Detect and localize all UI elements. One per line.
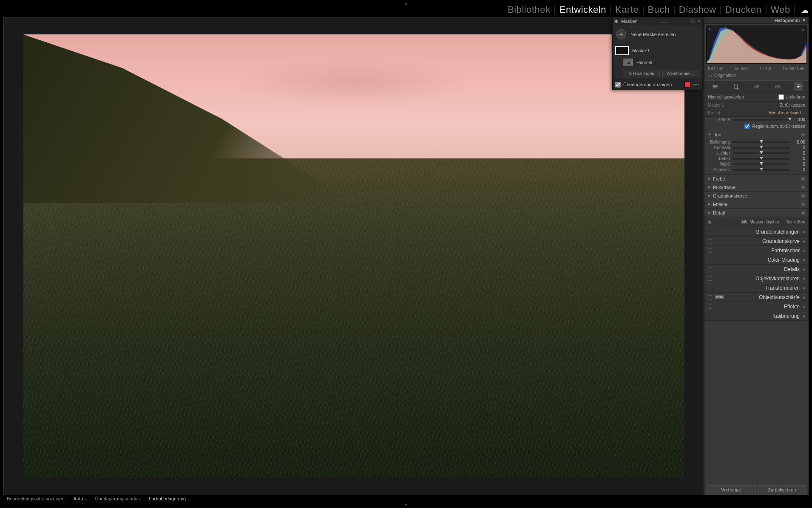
crop-tool-icon[interactable] (731, 82, 741, 91)
tool-strip (704, 80, 809, 93)
auto-reset-row[interactable]: Regler autom. zurücksetzen (704, 122, 809, 130)
new-mask-row[interactable]: + Neue Maske erstellen (615, 28, 699, 44)
eye-icon[interactable]: ◉ (708, 220, 712, 224)
module-tab-bibliothek[interactable]: Bibliothek (508, 4, 550, 15)
invert-checkbox[interactable] (778, 94, 784, 100)
module-tab-buch[interactable]: Buch (647, 4, 670, 15)
amount-label: Stärke (706, 117, 730, 122)
slider-track[interactable] (733, 141, 790, 143)
amount-slider-row: Stärke 100 (704, 117, 809, 122)
panel-toggle-icon[interactable] (708, 286, 712, 290)
mask-component[interactable]: ◢ Himmel 1 (615, 57, 699, 68)
plus-icon[interactable]: + (616, 29, 626, 40)
panel-toggle-icon[interactable] (708, 267, 712, 271)
eye-icon[interactable]: ◉ (801, 176, 805, 181)
heal-tool-icon[interactable] (752, 82, 761, 91)
panel-effekte[interactable]: Effekte◀ (704, 302, 809, 311)
exif-aperture: ƒ / 1,8 (759, 66, 771, 71)
triangle-right-icon: ▶ (708, 211, 710, 214)
close-masks-link[interactable]: Schließen (786, 220, 805, 224)
panel-toggle-icon[interactable] (708, 239, 712, 243)
previous-button[interactable]: Vorherige (707, 485, 755, 494)
amount-slider[interactable] (733, 119, 790, 121)
section-header[interactable]: ▶Punktfarbe◉ (704, 183, 809, 191)
panel-toggle-icon[interactable] (708, 314, 712, 318)
add-label: Hinzufügen (633, 71, 654, 76)
redeye-tool-icon[interactable] (773, 82, 782, 91)
mask-reset-link[interactable]: Zurücksetzen (780, 103, 805, 107)
eye-icon[interactable]: ◉ (801, 193, 805, 198)
drag-handle-icon[interactable] (640, 19, 688, 24)
eye-icon[interactable]: ◉ (801, 184, 805, 190)
panel-toggle-icon[interactable] (708, 248, 712, 253)
expand-icon[interactable]: » (698, 19, 700, 23)
eye-icon[interactable]: ◉ (801, 132, 805, 137)
panel-toggle-icon[interactable] (708, 258, 712, 262)
slider-track[interactable] (733, 152, 790, 154)
module-tab-diashow[interactable]: Diashow (679, 4, 716, 15)
pins-value: Auto (74, 496, 83, 501)
panel-transformieren[interactable]: Transformieren◀ (704, 283, 809, 293)
panel-color-grading[interactable]: Color-Grading◀ (704, 255, 809, 265)
histogram-header[interactable]: Histogramm ▼ (704, 17, 809, 24)
slider-track[interactable] (733, 169, 790, 171)
show-overlay-checkbox[interactable] (615, 82, 621, 87)
overlay-color-chip[interactable] (684, 82, 690, 87)
module-tab-entwickeln[interactable]: Entwickeln (559, 4, 606, 15)
bottom-panel-toggle[interactable]: ▼ (404, 502, 408, 507)
mask-component-label: Himmel 1 (636, 60, 656, 65)
help-icon[interactable]: ⓘ (690, 18, 695, 24)
shadow-clip-icon[interactable]: ▲ (708, 27, 712, 31)
svg-point-5 (757, 86, 758, 87)
tone-section-header[interactable]: ▼ Ton ◉ (704, 130, 809, 138)
eye-icon[interactable]: ◉ (801, 201, 805, 207)
panel-kalibrierung[interactable]: Kalibrierung◀ (704, 311, 809, 321)
auto-reset-checkbox[interactable] (744, 124, 750, 129)
svg-point-2 (714, 87, 715, 89)
cloud-sync-icon[interactable]: ☁ (799, 6, 809, 15)
preset-dropdown[interactable]: Benutzerdefiniert ⌄ (769, 110, 805, 115)
edit-tool-icon[interactable] (710, 82, 720, 91)
section-header[interactable]: ▶Gradationskurve◉ (704, 192, 809, 200)
slider-track[interactable] (733, 164, 790, 165)
panel-toggle-icon[interactable] (708, 277, 712, 281)
reset-button[interactable]: Zurücksetzen (758, 485, 806, 494)
add-to-mask-button[interactable]: ⊕Hinzufügen (623, 70, 660, 77)
overlay-mode-dropdown[interactable]: Farbüberlagerung ⌄ (149, 496, 190, 501)
slider-track[interactable] (733, 158, 790, 160)
panel-title: Effekte (784, 304, 800, 310)
panel-toggle-icon[interactable] (708, 295, 712, 299)
panel-objektivkorrekturen[interactable]: Objektivkorrekturen◀ (704, 274, 809, 283)
eye-icon[interactable]: ◉ (614, 18, 619, 24)
panel-objektivunschärfe[interactable]: BetaObjektivunschärfe◀ (704, 293, 809, 302)
mask-tool-icon[interactable] (794, 82, 803, 91)
original-photo-toggle[interactable]: ▭ Originalfoto (704, 72, 809, 80)
panel-toggle-icon[interactable] (708, 305, 712, 309)
eye-icon[interactable]: ◉ (801, 210, 805, 215)
module-tab-drucken[interactable]: Drucken (725, 4, 761, 15)
module-tab-karte[interactable]: Karte (615, 4, 639, 15)
histogram-chart[interactable]: ▲ ▲ (706, 25, 807, 64)
slider-track[interactable] (733, 147, 790, 149)
section-header[interactable]: ▶Farbe◉ (704, 175, 809, 183)
module-tab-web[interactable]: Web (770, 4, 790, 15)
mask-panel-header[interactable]: ◉ Masken ⓘ » (613, 17, 702, 25)
panel-toggle-icon[interactable] (708, 230, 712, 234)
more-icon[interactable]: ••• (693, 82, 699, 87)
section-header[interactable]: ▶Effekte◉ (704, 200, 809, 208)
subtract-icon: ⊖ (667, 71, 670, 76)
delete-all-masks-link[interactable]: Alle Masken löschen (741, 220, 781, 224)
original-photo-label: Originalfoto (714, 73, 736, 78)
mask-item[interactable]: Maske 1 (615, 44, 699, 57)
panel-grundeinstellungen[interactable]: Grundeinstellungen◀ (704, 227, 809, 237)
invert-toggle[interactable]: Umkehren (778, 94, 805, 100)
panel-farbmischer[interactable]: Farbmischer◀ (704, 246, 809, 255)
section-header[interactable]: ▶Detail◉ (704, 209, 809, 217)
subtract-from-mask-button[interactable]: ⊖Subtrahier… (662, 70, 699, 77)
panel-details[interactable]: Details◀ (704, 265, 809, 274)
highlight-clip-icon[interactable]: ▲ (801, 27, 805, 31)
panel-gradationskurve[interactable]: Gradationskurve◀ (704, 237, 809, 246)
canvas-area[interactable] (3, 17, 704, 495)
top-panel-toggle[interactable]: ▲ (404, 1, 408, 6)
pins-dropdown[interactable]: Auto ⌄ (74, 496, 88, 501)
